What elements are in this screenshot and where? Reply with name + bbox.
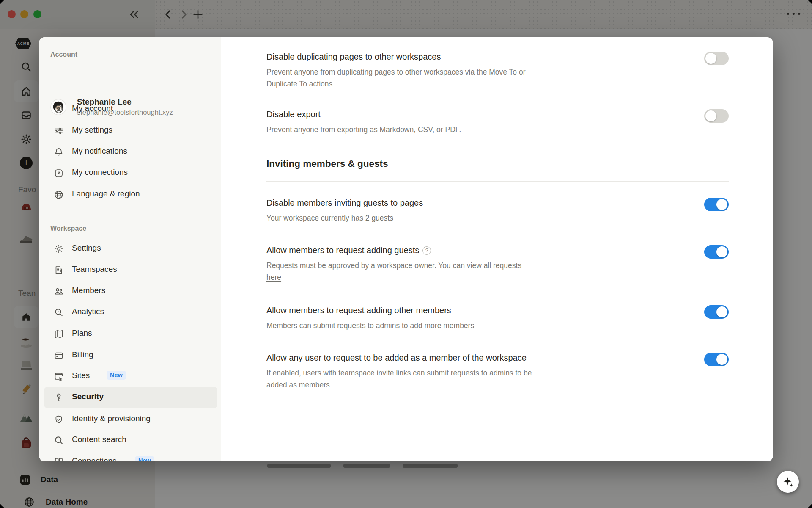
sidebar-item-teamspaces[interactable]: Teamspaces [44, 260, 217, 281]
shield-check-icon [54, 414, 64, 425]
toggle-request-guests[interactable] [704, 245, 729, 259]
guests-count-link[interactable]: 2 guests [365, 214, 393, 222]
sidebar-item-language-region[interactable]: Language & region [44, 184, 217, 205]
settings-sidebar: Account Stephanie Lee stephanie@toolsfor… [39, 37, 221, 461]
setting-title: Allow members to request adding other me… [266, 304, 474, 316]
bell-icon [54, 147, 64, 157]
toggle-disable-export[interactable] [704, 109, 729, 123]
setting-description: Requests must be approved by a workspace… [266, 260, 537, 283]
map-icon [54, 329, 64, 339]
workspace-section-label: Workspace [50, 225, 86, 232]
sidebar-item-my-account[interactable]: My account [44, 99, 217, 120]
setting-description: Prevent anyone from exporting as Markdow… [266, 124, 461, 135]
magnifier-icon [54, 435, 64, 445]
setting-description: Prevent anyone from duplicating pages to… [266, 66, 558, 90]
ai-sparkle-button[interactable] [777, 471, 799, 493]
settings-dialog: Account Stephanie Lee stephanie@toolsfor… [39, 37, 773, 461]
setting-row-disable-duplicating: Disable duplicating pages to other works… [266, 51, 729, 90]
toggle-disable-guest-invites[interactable] [704, 198, 729, 211]
key-icon [54, 392, 64, 403]
sparkle-icon [782, 476, 794, 488]
sidebar-item-sites[interactable]: Sites New [44, 366, 217, 387]
sidebar-item-billing[interactable]: Billing [44, 345, 217, 366]
toggle-any-user-request[interactable] [704, 353, 729, 366]
setting-description: Your workspace currently has 2 guests [266, 212, 423, 224]
setting-row-request-members: Allow members to request adding other me… [266, 304, 729, 331]
sidebar-item-plans[interactable]: Plans [44, 323, 217, 345]
sidebar-item-analytics[interactable]: Analytics [44, 302, 217, 323]
setting-row-disable-guest-invites: Disable members inviting guests to pages… [266, 197, 729, 224]
sidebar-item-my-notifications[interactable]: My notifications [44, 141, 217, 163]
new-badge: New [135, 456, 154, 461]
setting-description: Members can submit requests to admins to… [266, 320, 474, 331]
setting-row-disable-export: Disable export Prevent anyone from expor… [266, 108, 729, 135]
app-window: ACME + Favo Tean Data Data Home Account [0, 0, 812, 508]
section-divider [266, 181, 729, 182]
toggle-disable-duplicating[interactable] [704, 52, 729, 65]
building-icon [54, 265, 64, 275]
globe-icon [54, 190, 64, 200]
sidebar-item-security[interactable]: Security [44, 387, 217, 408]
setting-title: Disable export [266, 108, 461, 120]
sidebar-item-my-settings[interactable]: My settings [44, 120, 217, 141]
sidebar-item-members[interactable]: Members [44, 281, 217, 302]
setting-title: Disable members inviting guests to pages [266, 197, 423, 209]
sidebar-item-settings[interactable]: Settings [44, 238, 217, 260]
sidebar-item-connections[interactable]: Connections New [44, 451, 217, 461]
arrow-up-right-square-icon [54, 168, 64, 178]
sliders-icon [54, 126, 64, 136]
setting-description: If enabled, users with teamspace invite … [266, 367, 552, 391]
toggle-request-members[interactable] [704, 305, 729, 319]
setting-row-request-guests: Allow members to request adding guests? … [266, 244, 729, 283]
setting-row-any-user-request: Allow any user to request to be added as… [266, 352, 729, 391]
setting-title: Allow any user to request to be added as… [266, 352, 552, 364]
account-section-label: Account [50, 51, 77, 58]
view-requests-link[interactable]: here [266, 273, 281, 282]
sidebar-item-my-connections[interactable]: My connections [44, 163, 217, 184]
grid-icon [54, 457, 64, 461]
security-settings-panel: Disable duplicating pages to other works… [221, 37, 773, 461]
section-heading-inviting: Inviting members & guests [266, 157, 729, 170]
setting-title: Allow members to request adding guests? [266, 244, 537, 256]
sidebar-item-content-search[interactable]: Content search [44, 430, 217, 451]
new-badge: New [107, 371, 126, 380]
magnifier-sparkle-icon [54, 307, 64, 318]
setting-title: Disable duplicating pages to other works… [266, 51, 558, 63]
people-icon [54, 286, 64, 296]
gear-icon [54, 244, 64, 254]
browser-cursor-icon [54, 371, 64, 381]
person-circle-icon [54, 104, 64, 114]
sidebar-item-identity-provisioning[interactable]: Identity & provisioning [44, 409, 217, 430]
credit-card-icon [54, 351, 64, 361]
help-icon[interactable]: ? [422, 246, 431, 255]
